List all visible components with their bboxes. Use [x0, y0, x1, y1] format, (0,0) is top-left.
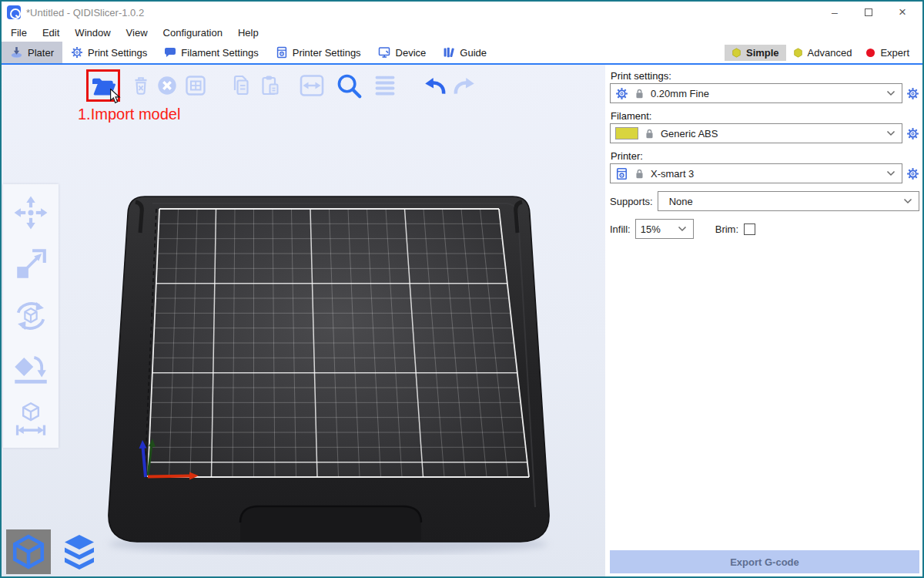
chevron-down-icon [678, 226, 687, 232]
supports-value: None [663, 196, 898, 207]
printer-gear-button[interactable] [906, 167, 919, 180]
menu-configuration[interactable]: Configuration [156, 27, 230, 39]
filament-color-swatch [615, 127, 638, 139]
arrange-grid-icon [183, 73, 208, 98]
redo-icon [450, 72, 478, 99]
infill-dropdown[interactable]: 15% [635, 219, 694, 239]
expert-mode-icon [865, 48, 875, 58]
printer-value: X-smart 3 [651, 168, 881, 180]
bed-handle-notch [240, 506, 421, 542]
export-gcode-button[interactable]: Export G-code [610, 550, 919, 573]
3d-editor-cube-icon [11, 534, 46, 570]
menubar: File Edit Window View Configuration Help [2, 23, 922, 42]
menu-window[interactable]: Window [67, 27, 118, 39]
filament-gear-button[interactable] [906, 127, 919, 140]
filament-dropdown[interactable]: Generic ABS [610, 123, 902, 143]
tab-label: Print Settings [88, 47, 147, 59]
print-settings-dropdown[interactable]: 0.20mm Fine [610, 83, 902, 103]
tab-guide[interactable]: Guide [434, 42, 495, 63]
tab-label: Filament Settings [181, 47, 258, 59]
scale-tool-button[interactable] [13, 245, 49, 284]
menu-help[interactable]: Help [230, 27, 266, 39]
gear-icon [615, 87, 628, 100]
maximize-icon [865, 8, 872, 16]
mode-advanced[interactable]: Advanced [786, 45, 859, 61]
split-objects-button[interactable] [297, 69, 326, 102]
move-tool-button[interactable] [13, 193, 49, 232]
lock-icon [644, 128, 655, 139]
layers-list-button[interactable] [370, 69, 400, 102]
print-bed [85, 193, 554, 555]
delete-button[interactable] [129, 69, 152, 102]
tab-filament-settings[interactable]: Filament Settings [156, 42, 266, 63]
copy-icon [228, 73, 253, 98]
undo-button[interactable] [421, 69, 449, 102]
window-title: *Untitled - QIDISlicer-1.0.2 [26, 7, 144, 18]
chevron-down-icon [886, 90, 896, 96]
tab-label: Printer Settings [293, 47, 361, 59]
split-arrows-icon [297, 72, 326, 99]
trash-delete-icon [129, 73, 152, 98]
supports-dropdown[interactable]: None [658, 191, 919, 211]
menu-file[interactable]: File [3, 27, 35, 39]
tab-label: Guide [460, 47, 487, 59]
close-icon: × [899, 5, 906, 20]
mode-label: Expert [880, 47, 909, 59]
delete-all-button[interactable] [156, 69, 179, 102]
device-monitor-icon [378, 46, 391, 59]
close-button[interactable]: × [886, 2, 919, 22]
titlebar: *Untitled - QIDISlicer-1.0.2 – × [2, 2, 922, 23]
search-button[interactable] [334, 69, 363, 102]
minimize-button[interactable]: – [818, 2, 852, 22]
import-model-button[interactable] [86, 69, 120, 102]
redo-button[interactable] [450, 69, 478, 102]
lock-icon [634, 168, 645, 180]
paste-button[interactable] [257, 69, 282, 102]
app-window: *Untitled - QIDISlicer-1.0.2 – × File Ed… [0, 0, 924, 578]
menu-edit[interactable]: Edit [35, 27, 67, 39]
print-settings-label: Print settings: [611, 70, 919, 82]
settings-panel: Print settings: 0.20mm Fine Filament: Ge… [605, 65, 922, 576]
tab-label: Device [396, 47, 427, 59]
print-settings-value: 0.20mm Fine [651, 88, 881, 99]
print-settings-gear-button[interactable] [906, 87, 919, 100]
tab-label: Plater [28, 47, 54, 59]
measure-tool-button[interactable] [12, 400, 49, 439]
tab-print-settings[interactable]: Print Settings [62, 42, 156, 63]
filament-label: Filament: [611, 110, 919, 122]
printer-dropdown[interactable]: X-smart 3 [610, 163, 902, 183]
search-icon [334, 71, 363, 100]
brim-label: Brim: [715, 223, 738, 235]
view-switch [6, 529, 102, 574]
rotate-tool-button[interactable] [12, 297, 49, 335]
place-on-face-tool-button[interactable] [12, 348, 49, 387]
mouse-cursor-icon [109, 89, 121, 104]
tab-printer-settings[interactable]: Printer Settings [267, 42, 370, 63]
tabbar: Plater Print Settings Filament Settings … [2, 42, 922, 65]
copy-button[interactable] [228, 69, 253, 102]
layers-list-icon [370, 72, 400, 99]
tab-device[interactable]: Device [370, 42, 435, 63]
mode-label: Simple [746, 47, 779, 59]
plater-icon [10, 46, 23, 59]
mode-simple[interactable]: Simple [725, 45, 786, 61]
tab-plater[interactable]: Plater [2, 42, 62, 63]
maximize-button[interactable] [852, 2, 886, 22]
brim-checkbox[interactable] [744, 223, 755, 235]
gear-icon [71, 46, 83, 59]
chevron-down-icon [903, 198, 912, 204]
3d-viewport[interactable]: 1.Import model [2, 65, 605, 576]
paste-clipboard-icon [257, 73, 282, 98]
supports-label: Supports: [610, 196, 653, 207]
printer-icon [615, 167, 628, 180]
chevron-down-icon [886, 170, 896, 176]
editor-view-button[interactable] [6, 529, 51, 574]
arrange-button[interactable] [183, 69, 208, 102]
mode-switcher: Simple Advanced Expert [725, 42, 922, 63]
menu-view[interactable]: View [119, 27, 156, 39]
mode-expert[interactable]: Expert [859, 45, 916, 61]
preview-view-button[interactable] [57, 529, 102, 574]
lock-icon [634, 88, 645, 99]
plater-toolbar [86, 69, 478, 102]
move-icon [13, 195, 49, 230]
